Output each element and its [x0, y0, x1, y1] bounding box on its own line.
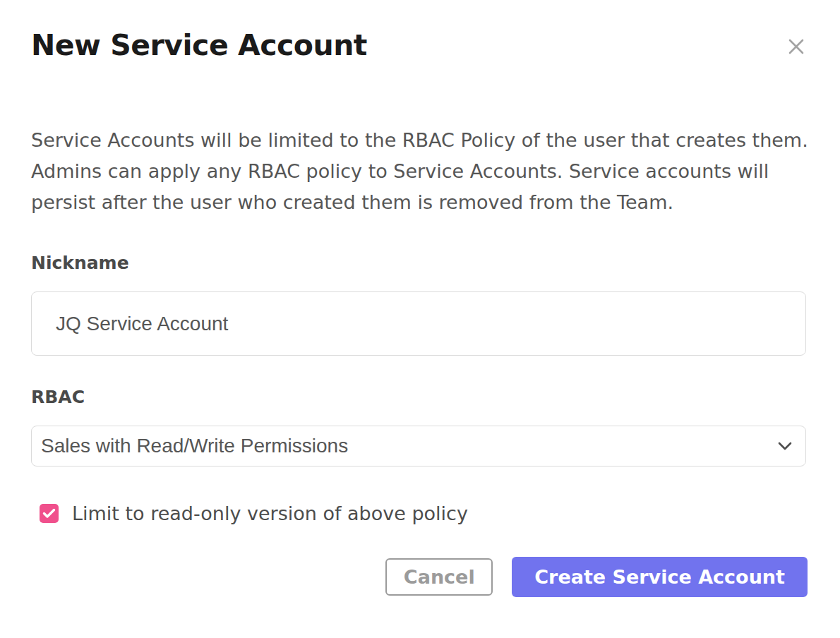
x-icon — [786, 36, 807, 57]
rbac-label: RBAC — [31, 387, 809, 407]
page-title: New Service Account — [31, 28, 809, 63]
create-service-account-button[interactable]: Create Service Account — [512, 557, 808, 597]
readonly-checkbox[interactable] — [40, 504, 59, 523]
nickname-label: Nickname — [31, 253, 809, 273]
rbac-selected-value: Sales with Read/Write Permissions — [41, 435, 348, 457]
new-service-account-modal: New Service Account Service Accounts wil… — [0, 0, 840, 638]
readonly-checkbox-row[interactable]: Limit to read-only version of above poli… — [40, 502, 468, 524]
modal-footer: Cancel Create Service Account — [31, 557, 809, 597]
checkmark-icon — [42, 508, 56, 519]
cancel-button[interactable]: Cancel — [385, 558, 493, 596]
readonly-checkbox-label: Limit to read-only version of above poli… — [72, 502, 468, 524]
modal-description: Service Accounts will be limited to the … — [31, 125, 809, 218]
chevron-down-icon — [777, 441, 793, 451]
modal-header: New Service Account — [31, 28, 809, 63]
nickname-input[interactable] — [31, 291, 806, 356]
rbac-select[interactable]: Sales with Read/Write Permissions — [31, 426, 806, 467]
close-icon[interactable] — [784, 34, 809, 59]
